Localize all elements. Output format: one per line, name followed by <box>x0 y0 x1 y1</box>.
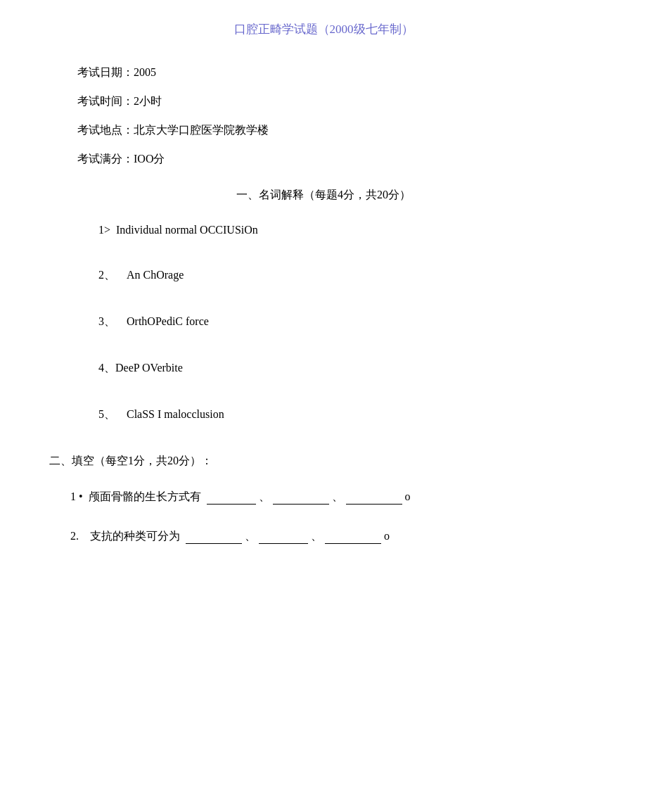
exam-info: 考试日期：2005 考试时间：2小时 考试地点：北京大学口腔医学院教学楼 考试满… <box>0 65 647 167</box>
blank-2c <box>325 543 381 544</box>
blank-2b <box>259 543 308 544</box>
fill-blank-1-prefix: 颅面骨骼的生长方式有 <box>89 490 201 502</box>
exam-time-value: 2小时 <box>134 95 162 107</box>
exam-date: 考试日期：2005 <box>77 65 647 80</box>
blank-2a <box>186 543 242 544</box>
blank-1c <box>346 504 402 505</box>
section-two-title: 二、填空（每空1分，共20分）： <box>49 454 647 469</box>
exam-date-value: 2005 <box>134 66 156 78</box>
exam-score-value: IOO分 <box>134 153 165 165</box>
question-4-text: DeeP OVerbite <box>115 362 183 374</box>
exam-score: 考试满分：IOO分 <box>77 152 647 167</box>
section-one-questions: 1> Individual normal OCCIUSiOn 2、 An ChO… <box>0 224 647 422</box>
fill-blank-2-suffix: o <box>384 530 390 542</box>
question-3-number: 3、 <box>98 315 127 327</box>
question-1-number: 1> <box>98 224 116 236</box>
exam-time-label: 考试时间： <box>77 95 134 107</box>
question-1-text: Individual normal OCCIUSiOn <box>116 224 258 236</box>
fill-blank-2-number: 2. <box>70 530 90 542</box>
question-1: 1> Individual normal OCCIUSiOn <box>98 224 647 236</box>
page-title: 口腔正畸学试题（2000级七年制） <box>234 23 414 36</box>
exam-location: 考试地点：北京大学口腔医学院教学楼 <box>77 123 647 138</box>
section-one-title: 一、名词解释（每题4分，共20分） <box>0 188 647 203</box>
fill-blank-1: 1 • 颅面骨骼的生长方式有 、、o <box>49 490 647 505</box>
exam-location-label: 考试地点： <box>77 124 134 136</box>
page-header: 口腔正畸学试题（2000级七年制） <box>0 0 647 37</box>
exam-time: 考试时间：2小时 <box>77 94 647 109</box>
fill-blank-2: 2. 支抗的种类可分为 、、o <box>49 529 647 544</box>
question-2-number: 2、 <box>98 269 127 281</box>
exam-location-value: 北京大学口腔医学院教学楼 <box>134 124 269 136</box>
blank-1a <box>207 504 256 505</box>
question-2-text: An ChOrage <box>127 269 184 281</box>
question-2: 2、 An ChOrage <box>98 268 647 283</box>
fill-blank-1-number: 1 • <box>70 490 89 502</box>
question-5-text: ClaSS I malocclusion <box>127 408 224 420</box>
question-3-text: OrthOPediC force <box>127 315 209 327</box>
fill-blank-1-suffix: o <box>405 490 411 502</box>
fill-blank-2-prefix: 支抗的种类可分为 <box>90 530 180 542</box>
question-4-number: 4、 <box>98 362 115 374</box>
question-5-number: 5、 <box>98 408 127 420</box>
question-4: 4、DeeP OVerbite <box>98 361 647 376</box>
section-two: 二、填空（每空1分，共20分）： 1 • 颅面骨骼的生长方式有 、、o 2. 支… <box>0 454 647 544</box>
exam-date-label: 考试日期： <box>77 66 134 78</box>
exam-score-label: 考试满分： <box>77 153 134 165</box>
question-5: 5、 ClaSS I malocclusion <box>98 407 647 422</box>
blank-1b <box>273 504 329 505</box>
question-3: 3、 OrthOPediC force <box>98 315 647 329</box>
